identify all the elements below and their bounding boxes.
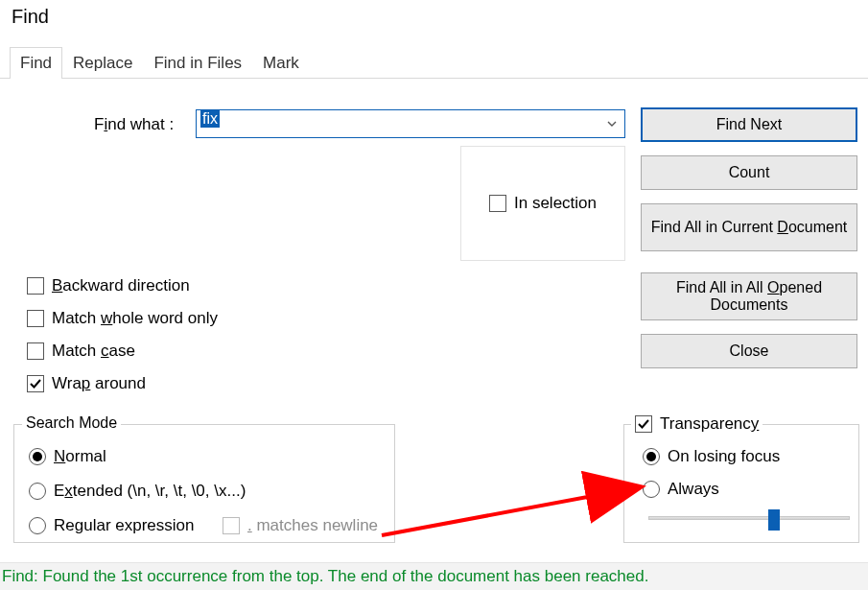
search-mode-normal-radio[interactable]: Normal xyxy=(29,447,106,466)
slider-thumb[interactable] xyxy=(768,509,780,531)
backward-direction-checkbox[interactable]: Backward direction xyxy=(27,276,190,295)
window-title: Find xyxy=(12,6,49,28)
match-whole-word-label: Match whole word only xyxy=(52,309,218,328)
checkbox-icon xyxy=(635,415,652,433)
check-icon xyxy=(638,418,649,430)
find-what-label: Find what : xyxy=(94,115,174,134)
radio-icon xyxy=(643,448,660,465)
radio-icon xyxy=(29,517,46,534)
annotation-arrow xyxy=(378,468,666,545)
search-mode-regex-radio[interactable]: Regular expression xyxy=(29,516,194,535)
search-mode-normal-label: Normal xyxy=(54,447,106,466)
radio-icon xyxy=(643,481,660,498)
find-what-value[interactable]: fix xyxy=(197,110,599,137)
find-all-opened-docs-button[interactable]: Find All in All Opened Documents xyxy=(641,272,857,320)
tab-replace[interactable]: Replace xyxy=(62,47,143,79)
count-button[interactable]: Count xyxy=(641,155,857,190)
find-what-input[interactable]: fix xyxy=(196,109,625,138)
tab-mark[interactable]: Mark xyxy=(252,47,310,79)
transparency-slider[interactable] xyxy=(648,511,850,527)
wrap-around-label: Wrap around xyxy=(52,374,146,393)
checkbox-icon xyxy=(27,310,44,327)
find-what-dropdown[interactable] xyxy=(599,110,624,137)
tab-strip: Find Replace Find in Files Mark xyxy=(0,44,868,79)
close-button[interactable]: Close xyxy=(641,334,857,368)
checkbox-icon xyxy=(27,342,44,360)
search-mode-extended-label: Extended (\n, \r, \t, \0, \x...) xyxy=(54,482,246,501)
transparency-always-label: Always xyxy=(668,480,719,499)
search-mode-regex-label: Regular expression xyxy=(54,516,194,535)
matches-newline-label: . matches newline xyxy=(247,516,378,535)
transparency-on-losing-focus-label: On losing focus xyxy=(668,447,780,466)
transparency-label: Transparency xyxy=(660,414,759,434)
in-selection-panel: In selection xyxy=(460,146,625,261)
radio-icon xyxy=(29,483,46,500)
in-selection-checkbox[interactable]: In selection xyxy=(489,194,597,213)
check-icon xyxy=(30,378,41,389)
svg-line-1 xyxy=(382,487,639,535)
in-selection-label: In selection xyxy=(514,194,597,213)
checkbox-icon xyxy=(27,375,44,392)
search-mode-extended-radio[interactable]: Extended (\n, \r, \t, \0, \x...) xyxy=(29,482,246,501)
chevron-down-icon xyxy=(606,118,618,130)
matches-newline-checkbox: . matches newline xyxy=(223,516,378,535)
checkbox-icon xyxy=(489,195,506,212)
transparency-on-losing-focus-radio[interactable]: On losing focus xyxy=(643,447,780,466)
transparency-always-radio[interactable]: Always xyxy=(643,480,719,499)
slider-track xyxy=(648,516,850,520)
radio-icon xyxy=(29,448,46,465)
search-mode-legend: Search Mode xyxy=(22,414,121,432)
tab-find[interactable]: Find xyxy=(10,47,62,79)
backward-direction-label: Backward direction xyxy=(52,276,190,295)
tab-find-in-files[interactable]: Find in Files xyxy=(143,47,252,79)
transparency-checkbox[interactable]: Transparency xyxy=(631,414,762,434)
checkbox-icon xyxy=(27,277,44,295)
match-case-checkbox[interactable]: Match case xyxy=(27,342,135,361)
find-next-button[interactable]: Find Next xyxy=(641,107,857,142)
wrap-around-checkbox[interactable]: Wrap around xyxy=(27,374,146,393)
checkbox-icon xyxy=(223,517,240,534)
status-bar: Find: Found the 1st occurrence from the … xyxy=(0,562,868,590)
match-case-label: Match case xyxy=(52,342,135,361)
find-all-current-doc-button[interactable]: Find All in Current Document xyxy=(641,203,857,251)
match-whole-word-checkbox[interactable]: Match whole word only xyxy=(27,309,218,328)
